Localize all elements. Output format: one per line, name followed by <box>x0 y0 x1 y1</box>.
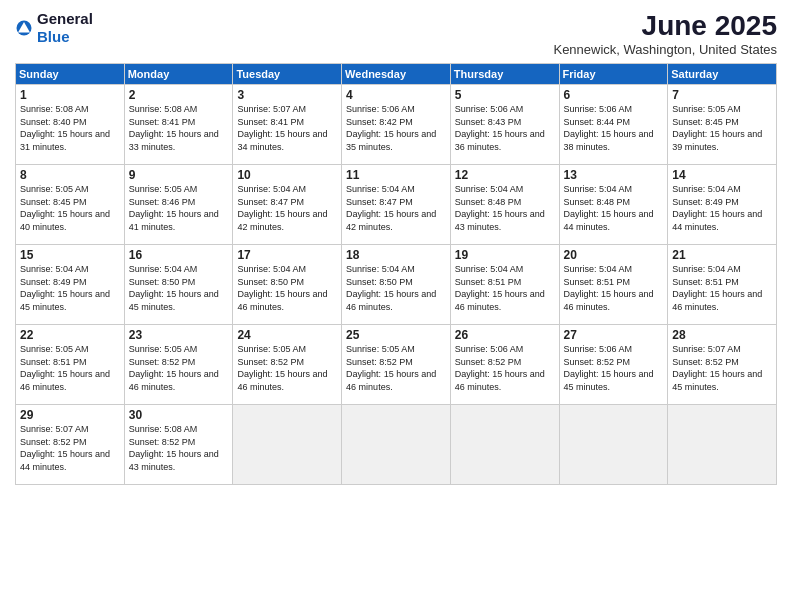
day-number: 1 <box>20 88 121 102</box>
day-info: Sunrise: 5:05 AMSunset: 8:52 PMDaylight:… <box>346 344 436 392</box>
day-number: 9 <box>129 168 230 182</box>
day-info: Sunrise: 5:04 AMSunset: 8:48 PMDaylight:… <box>564 184 654 232</box>
day-info: Sunrise: 5:04 AMSunset: 8:50 PMDaylight:… <box>346 264 436 312</box>
location: Kennewick, Washington, United States <box>553 42 777 57</box>
week-row-3: 15 Sunrise: 5:04 AMSunset: 8:49 PMDaylig… <box>16 245 777 325</box>
calendar-cell <box>342 405 451 485</box>
calendar-cell <box>233 405 342 485</box>
day-number: 16 <box>129 248 230 262</box>
day-number: 17 <box>237 248 338 262</box>
day-info: Sunrise: 5:04 AMSunset: 8:48 PMDaylight:… <box>455 184 545 232</box>
calendar-cell: 16 Sunrise: 5:04 AMSunset: 8:50 PMDaylig… <box>124 245 233 325</box>
weekday-header-sunday: Sunday <box>16 64 125 85</box>
day-info: Sunrise: 5:05 AMSunset: 8:46 PMDaylight:… <box>129 184 219 232</box>
calendar-cell: 22 Sunrise: 5:05 AMSunset: 8:51 PMDaylig… <box>16 325 125 405</box>
logo-general: General <box>37 10 93 27</box>
weekday-header-friday: Friday <box>559 64 668 85</box>
weekday-header-monday: Monday <box>124 64 233 85</box>
calendar-cell: 24 Sunrise: 5:05 AMSunset: 8:52 PMDaylig… <box>233 325 342 405</box>
calendar-cell: 28 Sunrise: 5:07 AMSunset: 8:52 PMDaylig… <box>668 325 777 405</box>
calendar-cell: 9 Sunrise: 5:05 AMSunset: 8:46 PMDayligh… <box>124 165 233 245</box>
day-number: 25 <box>346 328 447 342</box>
day-info: Sunrise: 5:04 AMSunset: 8:47 PMDaylight:… <box>346 184 436 232</box>
calendar-cell: 17 Sunrise: 5:04 AMSunset: 8:50 PMDaylig… <box>233 245 342 325</box>
month-year: June 2025 <box>553 10 777 42</box>
weekday-header-row: SundayMondayTuesdayWednesdayThursdayFrid… <box>16 64 777 85</box>
calendar-cell: 8 Sunrise: 5:05 AMSunset: 8:45 PMDayligh… <box>16 165 125 245</box>
day-info: Sunrise: 5:06 AMSunset: 8:43 PMDaylight:… <box>455 104 545 152</box>
logo: General Blue <box>15 10 93 46</box>
day-number: 10 <box>237 168 338 182</box>
calendar-cell: 30 Sunrise: 5:08 AMSunset: 8:52 PMDaylig… <box>124 405 233 485</box>
day-info: Sunrise: 5:04 AMSunset: 8:47 PMDaylight:… <box>237 184 327 232</box>
calendar-cell: 25 Sunrise: 5:05 AMSunset: 8:52 PMDaylig… <box>342 325 451 405</box>
calendar-cell: 26 Sunrise: 5:06 AMSunset: 8:52 PMDaylig… <box>450 325 559 405</box>
calendar-cell: 6 Sunrise: 5:06 AMSunset: 8:44 PMDayligh… <box>559 85 668 165</box>
week-row-4: 22 Sunrise: 5:05 AMSunset: 8:51 PMDaylig… <box>16 325 777 405</box>
day-number: 5 <box>455 88 556 102</box>
title-block: June 2025 Kennewick, Washington, United … <box>553 10 777 57</box>
logo-blue: Blue <box>37 28 70 45</box>
calendar-cell: 21 Sunrise: 5:04 AMSunset: 8:51 PMDaylig… <box>668 245 777 325</box>
calendar-cell <box>668 405 777 485</box>
day-info: Sunrise: 5:05 AMSunset: 8:45 PMDaylight:… <box>672 104 762 152</box>
weekday-header-thursday: Thursday <box>450 64 559 85</box>
day-info: Sunrise: 5:04 AMSunset: 8:51 PMDaylight:… <box>455 264 545 312</box>
calendar-cell: 14 Sunrise: 5:04 AMSunset: 8:49 PMDaylig… <box>668 165 777 245</box>
calendar-cell <box>559 405 668 485</box>
day-info: Sunrise: 5:06 AMSunset: 8:42 PMDaylight:… <box>346 104 436 152</box>
day-number: 2 <box>129 88 230 102</box>
calendar-cell: 7 Sunrise: 5:05 AMSunset: 8:45 PMDayligh… <box>668 85 777 165</box>
day-info: Sunrise: 5:05 AMSunset: 8:52 PMDaylight:… <box>237 344 327 392</box>
calendar-page: General Blue June 2025 Kennewick, Washin… <box>0 0 792 612</box>
day-number: 11 <box>346 168 447 182</box>
day-number: 26 <box>455 328 556 342</box>
logo-icon <box>15 19 33 37</box>
day-number: 13 <box>564 168 665 182</box>
day-number: 7 <box>672 88 773 102</box>
day-info: Sunrise: 5:07 AMSunset: 8:52 PMDaylight:… <box>20 424 110 472</box>
day-info: Sunrise: 5:08 AMSunset: 8:40 PMDaylight:… <box>20 104 110 152</box>
calendar-cell: 20 Sunrise: 5:04 AMSunset: 8:51 PMDaylig… <box>559 245 668 325</box>
day-info: Sunrise: 5:04 AMSunset: 8:50 PMDaylight:… <box>237 264 327 312</box>
day-number: 21 <box>672 248 773 262</box>
day-info: Sunrise: 5:06 AMSunset: 8:52 PMDaylight:… <box>455 344 545 392</box>
weekday-header-wednesday: Wednesday <box>342 64 451 85</box>
day-info: Sunrise: 5:05 AMSunset: 8:45 PMDaylight:… <box>20 184 110 232</box>
day-info: Sunrise: 5:06 AMSunset: 8:44 PMDaylight:… <box>564 104 654 152</box>
day-info: Sunrise: 5:04 AMSunset: 8:49 PMDaylight:… <box>20 264 110 312</box>
day-info: Sunrise: 5:05 AMSunset: 8:52 PMDaylight:… <box>129 344 219 392</box>
calendar-cell: 27 Sunrise: 5:06 AMSunset: 8:52 PMDaylig… <box>559 325 668 405</box>
calendar-cell: 12 Sunrise: 5:04 AMSunset: 8:48 PMDaylig… <box>450 165 559 245</box>
calendar-cell: 18 Sunrise: 5:04 AMSunset: 8:50 PMDaylig… <box>342 245 451 325</box>
calendar-cell: 1 Sunrise: 5:08 AMSunset: 8:40 PMDayligh… <box>16 85 125 165</box>
calendar-cell: 29 Sunrise: 5:07 AMSunset: 8:52 PMDaylig… <box>16 405 125 485</box>
weekday-header-saturday: Saturday <box>668 64 777 85</box>
day-info: Sunrise: 5:05 AMSunset: 8:51 PMDaylight:… <box>20 344 110 392</box>
day-info: Sunrise: 5:08 AMSunset: 8:41 PMDaylight:… <box>129 104 219 152</box>
day-number: 3 <box>237 88 338 102</box>
day-number: 24 <box>237 328 338 342</box>
calendar-cell: 5 Sunrise: 5:06 AMSunset: 8:43 PMDayligh… <box>450 85 559 165</box>
calendar-cell: 11 Sunrise: 5:04 AMSunset: 8:47 PMDaylig… <box>342 165 451 245</box>
day-number: 4 <box>346 88 447 102</box>
calendar-cell: 23 Sunrise: 5:05 AMSunset: 8:52 PMDaylig… <box>124 325 233 405</box>
day-number: 18 <box>346 248 447 262</box>
day-number: 14 <box>672 168 773 182</box>
calendar-cell: 4 Sunrise: 5:06 AMSunset: 8:42 PMDayligh… <box>342 85 451 165</box>
day-number: 23 <box>129 328 230 342</box>
day-number: 12 <box>455 168 556 182</box>
day-number: 29 <box>20 408 121 422</box>
day-info: Sunrise: 5:04 AMSunset: 8:51 PMDaylight:… <box>564 264 654 312</box>
calendar-cell: 15 Sunrise: 5:04 AMSunset: 8:49 PMDaylig… <box>16 245 125 325</box>
day-number: 27 <box>564 328 665 342</box>
day-number: 30 <box>129 408 230 422</box>
day-number: 28 <box>672 328 773 342</box>
week-row-2: 8 Sunrise: 5:05 AMSunset: 8:45 PMDayligh… <box>16 165 777 245</box>
calendar-cell: 2 Sunrise: 5:08 AMSunset: 8:41 PMDayligh… <box>124 85 233 165</box>
week-row-1: 1 Sunrise: 5:08 AMSunset: 8:40 PMDayligh… <box>16 85 777 165</box>
calendar-cell: 10 Sunrise: 5:04 AMSunset: 8:47 PMDaylig… <box>233 165 342 245</box>
calendar-cell: 19 Sunrise: 5:04 AMSunset: 8:51 PMDaylig… <box>450 245 559 325</box>
day-info: Sunrise: 5:07 AMSunset: 8:41 PMDaylight:… <box>237 104 327 152</box>
day-info: Sunrise: 5:06 AMSunset: 8:52 PMDaylight:… <box>564 344 654 392</box>
